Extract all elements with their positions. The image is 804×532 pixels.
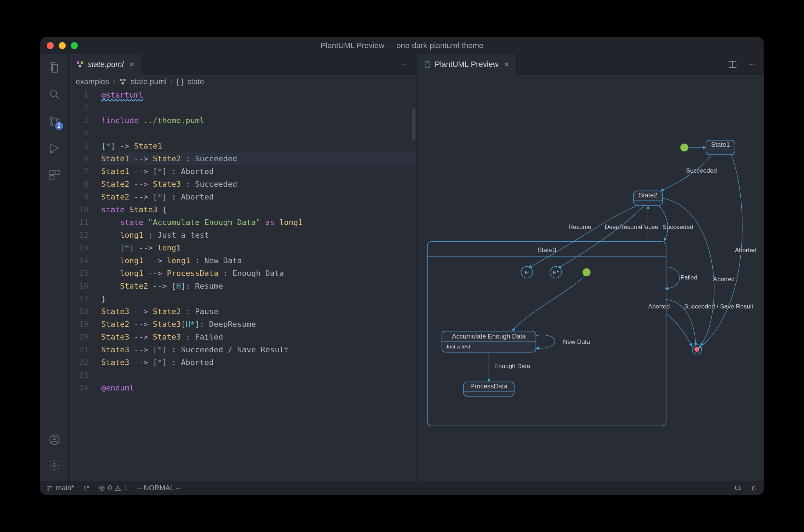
plantuml-file-icon xyxy=(76,60,84,69)
line-number: 22 xyxy=(69,356,97,369)
preview-tab-label: PlantUML Preview xyxy=(435,60,499,69)
source-control-icon[interactable]: 2 xyxy=(47,114,62,128)
code-line[interactable]: long1 --> ProcessData : Enough Data xyxy=(101,267,416,280)
activity-bar: 2 xyxy=(40,54,69,481)
code-line[interactable]: State1 --> State2 : Succeeded xyxy=(101,152,416,165)
close-tab-icon[interactable]: × xyxy=(504,59,509,69)
editor-tab[interactable]: state.puml × xyxy=(69,54,142,75)
run-debug-icon[interactable] xyxy=(47,141,62,155)
code-line[interactable]: @enduml xyxy=(101,382,416,394)
svg-point-1 xyxy=(50,117,53,120)
split-editor-icon[interactable] xyxy=(728,59,737,69)
close-window-button[interactable] xyxy=(47,42,54,49)
code-line[interactable] xyxy=(101,127,416,140)
code-line[interactable]: [*] -> State1 xyxy=(101,140,416,152)
editor-tab-actions: ⋯ xyxy=(392,54,416,75)
code-line[interactable]: long1 --> long1 : New Data xyxy=(101,254,416,267)
diagram-initial-state xyxy=(680,144,688,151)
svg-point-9 xyxy=(53,436,56,440)
code-line[interactable]: } xyxy=(101,293,416,305)
preview-tab-actions: ⋯ xyxy=(720,54,764,75)
diagram-state3-label: State3 xyxy=(537,246,556,254)
status-sync[interactable] xyxy=(83,485,90,491)
editor-tabbar: state.puml × ⋯ xyxy=(69,54,416,75)
code-line[interactable]: state "Accumulate Enough Data" as long1 xyxy=(101,216,416,229)
status-problems[interactable]: 0 1 xyxy=(99,484,128,492)
minimize-window-button[interactable] xyxy=(59,42,66,49)
state-diagram: State1 Succeeded Aborted State2 xyxy=(417,75,764,481)
preview-tabbar: PlantUML Preview × ⋯ xyxy=(417,54,764,75)
code-line[interactable]: @startuml xyxy=(101,89,416,102)
diagram-edge-label: Resume xyxy=(568,223,591,230)
warning-count: 1 xyxy=(124,484,128,492)
more-actions-icon[interactable]: ⋯ xyxy=(399,59,409,69)
search-icon[interactable] xyxy=(47,87,62,102)
line-number: 4 xyxy=(69,127,97,140)
line-number: 13 xyxy=(69,242,97,254)
status-feedback-icon[interactable] xyxy=(735,485,742,492)
line-number: 8 xyxy=(69,178,97,191)
line-number: 18 xyxy=(69,305,97,318)
code-line[interactable]: State3 --> State2 : Pause xyxy=(101,305,416,318)
line-number: 11 xyxy=(69,216,97,229)
line-number: 19 xyxy=(69,318,97,331)
code-line[interactable]: State2 --> [*] : Aborted xyxy=(101,191,416,203)
code-line[interactable]: State3 --> [*] : Aborted xyxy=(101,356,416,369)
code-line[interactable]: State2 --> State3 : Succeeded xyxy=(101,178,416,191)
code-line[interactable]: State1 --> [*] : Aborted xyxy=(101,165,416,178)
diagram-edge-label: New Data xyxy=(563,338,590,345)
minimap[interactable] xyxy=(410,89,416,481)
code-content[interactable]: @startuml !include ../theme.puml [*] -> … xyxy=(97,89,416,481)
line-number-gutter: 123456789101112131415161718192021222324 xyxy=(69,89,97,481)
code-line[interactable]: State2 --> [H]: Resume xyxy=(101,280,416,293)
diagram-long1-title: Accumulate Enough Data xyxy=(452,332,526,340)
svg-rect-6 xyxy=(55,170,59,175)
code-line[interactable]: State3 --> State3 : Failed xyxy=(101,331,416,343)
svg-rect-13 xyxy=(79,65,81,67)
diagram-history-label: H xyxy=(525,269,529,275)
diagram-edge-label: Aborted xyxy=(648,303,670,310)
explorer-icon[interactable] xyxy=(47,60,62,75)
svg-rect-14 xyxy=(120,79,122,81)
code-line[interactable]: !include ../theme.puml xyxy=(101,114,416,127)
line-number: 2 xyxy=(69,102,97,114)
editor-pane: state.puml × ⋯ examples › state.puml › { xyxy=(69,54,416,481)
editor-tab-label: state.puml xyxy=(88,60,124,69)
breadcrumbs[interactable]: examples › state.puml › { } state xyxy=(69,75,416,89)
breadcrumb-symbol: state xyxy=(187,77,204,86)
braces-icon: { } xyxy=(176,77,184,86)
code-line[interactable]: long1 : Just a test xyxy=(101,229,416,242)
code-line[interactable]: State2 --> State3[H*]: DeepResume xyxy=(101,318,416,331)
code-editor[interactable]: 123456789101112131415161718192021222324 … xyxy=(69,89,416,481)
accounts-icon[interactable] xyxy=(47,433,62,447)
code-line[interactable]: [*] --> long1 xyxy=(101,242,416,254)
plantuml-preview[interactable]: State1 Succeeded Aborted State2 xyxy=(417,75,764,481)
line-number: 5 xyxy=(69,140,97,152)
status-bell-icon[interactable] xyxy=(750,485,757,492)
breadcrumb-file: state.puml xyxy=(131,77,167,86)
error-count: 0 xyxy=(108,484,112,492)
line-number: 20 xyxy=(69,331,97,343)
close-tab-icon[interactable]: × xyxy=(130,59,134,69)
preview-pane: PlantUML Preview × ⋯ xyxy=(416,54,764,481)
line-number: 14 xyxy=(69,254,97,267)
diagram-edge-label: Failed xyxy=(680,274,697,281)
diagram-edge-label: Succeeded / Save Result xyxy=(684,303,753,310)
code-line[interactable]: State3 --> [*] : Succeeded / Save Result xyxy=(101,343,416,356)
code-line[interactable]: state State3 { xyxy=(101,203,416,216)
minimap-viewport[interactable] xyxy=(412,109,415,140)
maximize-window-button[interactable] xyxy=(71,42,78,49)
scm-badge: 2 xyxy=(55,122,63,130)
code-line[interactable] xyxy=(101,102,416,114)
titlebar: PlantUML Preview — one-dark-plantuml-the… xyxy=(40,37,764,54)
preview-tab[interactable]: PlantUML Preview × xyxy=(417,54,517,75)
line-number: 16 xyxy=(69,280,97,293)
statusbar: main* 0 1 -- NORMAL -- xyxy=(40,481,764,495)
line-number: 1 xyxy=(69,89,97,102)
status-branch[interactable]: main* xyxy=(47,484,74,492)
code-line[interactable] xyxy=(101,369,416,382)
svg-point-2 xyxy=(50,123,53,126)
settings-gear-icon[interactable] xyxy=(47,458,62,472)
more-actions-icon[interactable]: ⋯ xyxy=(747,59,757,69)
extensions-icon[interactable] xyxy=(47,168,62,182)
